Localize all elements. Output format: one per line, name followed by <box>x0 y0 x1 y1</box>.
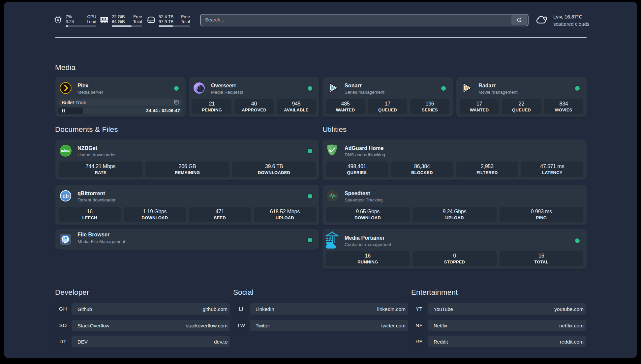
svg-text:nzbget: nzbget <box>61 149 70 152</box>
svg-text:qb: qb <box>63 193 69 199</box>
